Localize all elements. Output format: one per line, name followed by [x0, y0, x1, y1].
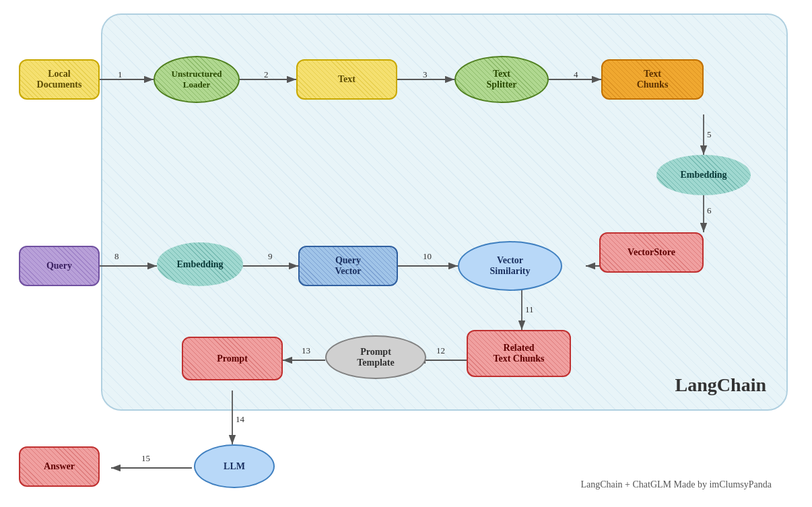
footer-text: LangChain + ChatGLM Made by imClumsyPand…: [580, 479, 772, 490]
arrow-label-4: 4: [574, 69, 578, 80]
arrow-label-15: 15: [141, 453, 150, 464]
related-text-chunks-node: Related Text Chunks: [467, 330, 571, 377]
arrow-label-3: 3: [423, 69, 428, 80]
arrow-label-12: 12: [436, 345, 445, 356]
query-vector-node: Query Vector: [298, 246, 398, 286]
text-splitter-node: Text Splitter: [454, 56, 549, 103]
arrow-label-1: 1: [118, 69, 123, 80]
arrow-label-13: 13: [302, 345, 310, 356]
embedding-mid-node: Embedding: [157, 242, 243, 286]
text-node: Text: [296, 59, 397, 100]
unstructured-loader-node: Unstructured Loader: [154, 56, 240, 103]
langchain-label: LangChain: [675, 374, 766, 396]
prompt-node: Prompt: [182, 337, 283, 380]
arrow-label-9: 9: [268, 251, 273, 262]
arrow-label-14: 14: [236, 414, 244, 425]
query-node: Query: [19, 246, 100, 286]
vector-store-node: VectorStore: [599, 232, 704, 273]
vector-similarity-node: Vector Similarity: [458, 241, 562, 291]
arrow-label-8: 8: [114, 251, 119, 262]
prompt-template-node: Prompt Template: [325, 335, 426, 379]
arrow-label-6: 6: [707, 205, 712, 216]
text-chunks-node: Text Chunks: [601, 59, 704, 100]
arrow-label-10: 10: [423, 251, 432, 262]
arrow-label-2: 2: [264, 69, 269, 80]
local-documents-node: Local Documents: [19, 59, 100, 100]
arrow-label-11: 11: [525, 304, 534, 315]
arrow-label-5: 5: [707, 129, 712, 140]
llm-node: LLM: [194, 444, 275, 488]
answer-node: Answer: [19, 446, 100, 487]
embedding-top-node: Embedding: [656, 155, 751, 195]
